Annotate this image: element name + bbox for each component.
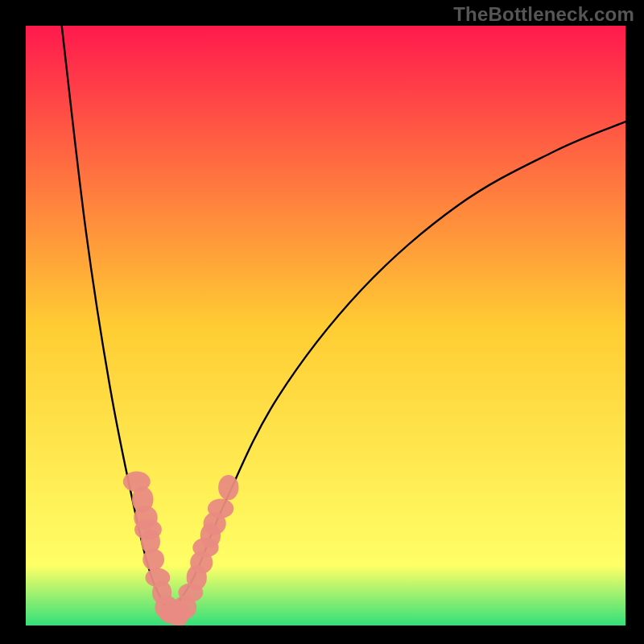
- gradient-background: [26, 26, 625, 625]
- data-marker: [218, 475, 238, 500]
- chart-frame: TheBottleneck.com: [0, 0, 644, 644]
- bottleneck-chart: [0, 0, 644, 644]
- data-marker: [208, 499, 233, 518]
- watermark-text: TheBottleneck.com: [453, 3, 634, 26]
- data-marker: [142, 549, 164, 571]
